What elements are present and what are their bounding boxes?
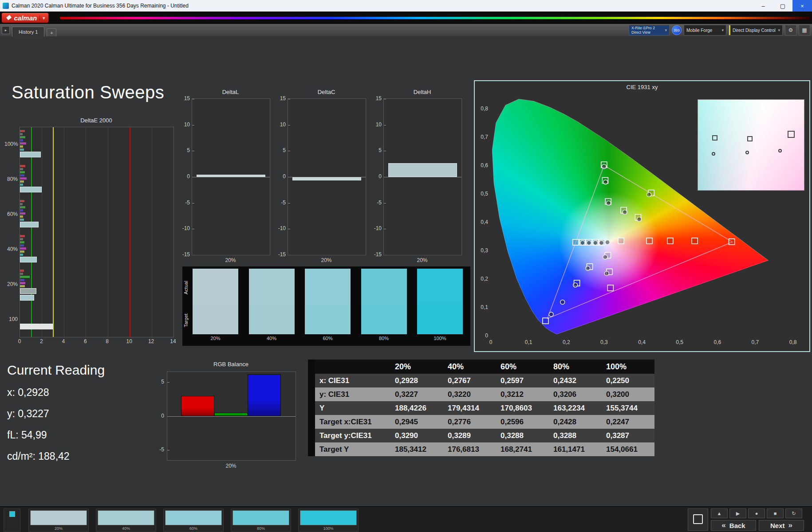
deltae-bar <box>20 174 24 176</box>
page-title: Saturation Sweeps <box>12 82 164 102</box>
tick-mark <box>192 151 194 151</box>
table-cell: 161,1471 <box>549 442 602 456</box>
deltae-bar <box>20 212 25 215</box>
pattern-preview-mini[interactable] <box>4 509 20 532</box>
deltae-bar <box>20 254 23 256</box>
row-label: x: CIE31 <box>308 374 390 387</box>
deltae-bar <box>20 222 39 227</box>
deltae-bar <box>20 209 23 211</box>
table-cell: 0,2776 <box>443 415 496 429</box>
target-square-marker <box>543 318 548 324</box>
rgb-bar-green <box>214 413 248 416</box>
next-button[interactable]: Next » <box>759 520 804 531</box>
deltae-bar <box>20 142 26 145</box>
measured-point-marker <box>603 255 607 259</box>
pattern-thumbnail[interactable]: 40% <box>96 509 156 532</box>
bottom-bar: 20%40%60%80%100% ▲▶●■↻ « Back Next » <box>0 506 812 532</box>
deltae-bar <box>20 241 24 243</box>
meter-dropdown[interactable]: X-Rite i1Pro 2 Direct View ▾ <box>629 25 670 35</box>
meter-name: X-Rite i1Pro 2 Direct View <box>631 26 655 35</box>
measured-point-marker <box>599 241 603 245</box>
meter-count-badge[interactable]: 203 <box>672 25 682 35</box>
deltae-bar <box>20 215 23 218</box>
maximize-button[interactable]: ▢ <box>773 0 792 12</box>
y-tick-label: 100% <box>4 141 18 147</box>
table-row: Target y:CIE310,32900,32890,32880,32880,… <box>308 429 654 442</box>
add-tab-button[interactable]: + <box>47 28 56 36</box>
rgb-bar-blue <box>248 374 281 416</box>
deltae-bar <box>20 149 24 151</box>
rgb-balance-chart: RGB Balance 20% 50-5 <box>149 361 304 473</box>
y-tick-label: 5 <box>274 147 286 153</box>
deltae-bar <box>20 187 42 192</box>
table-row: y: CIE310,32270,32200,32120,32060,3200 <box>308 387 654 401</box>
deltae-bar <box>20 180 24 183</box>
pattern-thumbnail[interactable]: 60% <box>163 509 224 532</box>
deltae-bar <box>20 136 25 138</box>
thumbnail-label: 80% <box>231 526 291 531</box>
measured-point-marker <box>602 164 606 169</box>
pattern-thumbnail[interactable]: 100% <box>298 509 359 532</box>
y-tick-label: -5 <box>154 446 164 453</box>
y-tick-label: 5 <box>178 147 190 153</box>
tab-history-1[interactable]: History 1 <box>12 27 44 37</box>
pattern-source-dropdown[interactable]: Mobile Forge ▾ <box>684 25 726 35</box>
delta-bar <box>292 177 361 180</box>
pattern-thumbnail[interactable]: 80% <box>231 509 291 532</box>
zero-line <box>167 416 296 417</box>
minimize-button[interactable]: – <box>753 0 773 12</box>
target-swatch <box>417 305 463 334</box>
status-stripe <box>729 25 730 35</box>
table-row: Y188,4226179,4314170,8603163,2234155,374… <box>308 401 654 415</box>
table-header-row: 20%40%60%80%100% <box>308 360 654 374</box>
inset-measured-point <box>745 151 749 154</box>
play-icon[interactable]: ▶ <box>729 509 746 518</box>
close-button[interactable]: × <box>792 0 812 12</box>
target-square-marker <box>667 238 673 244</box>
app-icon <box>3 3 9 9</box>
saturation-data-table: 20%40%60%80%100%x: CIE310,29280,27670,25… <box>308 360 654 456</box>
table-cell: 0,3200 <box>602 387 654 401</box>
display-control-dropdown[interactable]: Direct Display Control ▾ <box>729 25 783 35</box>
tab-bar: ▸ History 1 + X-Rite i1Pro 2 Direct View… <box>0 24 812 36</box>
tick-mark <box>167 382 169 383</box>
measured-point-marker <box>593 241 598 245</box>
x-tick-label: 0,4 <box>636 339 648 345</box>
stop-icon[interactable]: ■ <box>767 509 784 518</box>
record-icon[interactable]: ● <box>748 509 765 518</box>
y-tick-label: 40% <box>4 246 18 252</box>
measured-point-marker <box>603 180 608 184</box>
eject-icon[interactable]: ▲ <box>711 509 728 518</box>
x-tick-label: 0,1 <box>522 339 535 345</box>
y-tick-label: -10 <box>178 225 190 231</box>
cie-inset-zoom <box>698 99 804 191</box>
pattern-color-icon <box>9 511 15 517</box>
settings-gear-button[interactable]: ⚙ <box>785 25 796 35</box>
delta-bar <box>197 175 265 177</box>
pattern-window-button[interactable] <box>688 509 708 531</box>
calman-logo-button[interactable]: ❖ calman ▾ <box>2 13 48 23</box>
deltal-chart: DeltaL 20% 151050-5-10-15 <box>178 89 272 266</box>
delta-bar <box>388 163 457 177</box>
titlebar: Calman 2020 Calman Ultimate for Business… <box>0 0 812 12</box>
y-tick-label: -5 <box>370 200 382 206</box>
y-tick-label: 15 <box>178 95 190 102</box>
measured-point-marker <box>560 300 565 304</box>
table-row: Target x:CIE310,29450,27760,25960,24280,… <box>308 415 654 429</box>
x-tick-label: 0,2 <box>560 339 572 345</box>
pattern-thumbnail[interactable]: 20% <box>28 509 89 532</box>
x-tick-label: 0,5 <box>674 339 686 345</box>
square-icon <box>693 514 703 524</box>
deltae-bar <box>20 177 27 180</box>
back-button[interactable]: « Back <box>711 520 756 531</box>
y-tick-label: 0 <box>477 332 488 339</box>
chart-title: DeltaH <box>383 89 461 95</box>
deltae-bar <box>20 288 36 294</box>
target-square-marker <box>729 239 735 245</box>
history-panel-toggle[interactable]: ▸ <box>2 26 10 34</box>
refresh-icon[interactable]: ↻ <box>785 509 802 518</box>
layout-grid-button[interactable]: ▦ <box>799 25 810 35</box>
table-cell: 0,3289 <box>443 429 496 442</box>
next-label: Next <box>770 522 785 529</box>
table-cell: 0,3206 <box>549 387 602 401</box>
